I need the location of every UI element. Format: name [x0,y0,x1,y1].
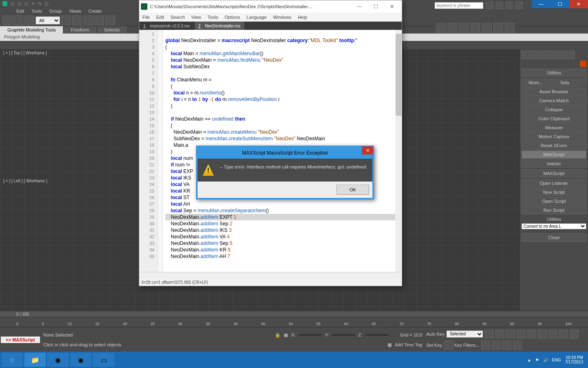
listener-mini[interactable]: >> MAXScript [0,328,41,352]
nav-6-icon[interactable] [492,341,501,350]
snap-icon[interactable]: ▦ [284,332,288,338]
prev-frame-icon[interactable] [495,330,504,339]
taskbar-chrome-icon[interactable]: ◉ [47,353,69,367]
search-input[interactable] [434,2,483,9]
render-setup-icon[interactable] [436,23,446,33]
nav-3-icon[interactable] [559,330,568,339]
system-tray[interactable]: ▲ ⚑ 🔊 ENG 10:18 PM 7/17/2013 [527,355,586,364]
x-field[interactable] [299,334,322,336]
menu-group[interactable]: Group [49,9,62,13]
undo-icon[interactable]: ↶ [31,2,35,6]
rendered-frame-icon[interactable] [448,23,457,33]
scrollbar-thumb[interactable] [396,34,401,116]
more-button[interactable]: More... [521,79,550,87]
open-icon[interactable]: ▢ [18,2,21,6]
motion-panel-icon[interactable] [548,51,557,59]
se-menu-windows[interactable]: Windows [273,15,292,20]
link-tool-icon[interactable] [2,16,12,25]
viewport-label-left[interactable]: [ + ] [ Left ] [ Wireframe ] [2,178,49,184]
goto-end-icon[interactable] [527,330,536,339]
menu-edit[interactable]: Edit [16,9,24,13]
select-tool-icon[interactable] [61,16,71,25]
se-menu-file[interactable]: File [143,15,150,20]
script-editor-close-button[interactable]: ✕ [384,2,400,11]
script-editor-maximize-button[interactable]: ☐ [368,2,384,11]
help-icon[interactable] [515,2,523,9]
modify-panel-icon[interactable] [530,51,539,59]
se-menu-tools[interactable]: Tools [207,15,218,20]
schematic-view-icon[interactable] [493,23,503,33]
taskbar-window-icon[interactable]: ▭ [93,353,114,367]
wrench-icon[interactable] [496,2,503,9]
clock[interactable]: 10:18 PM 7/17/2013 [565,355,584,364]
time-slider[interactable]: 0 / 100 [0,311,588,317]
auto-key-button[interactable]: Auto Key [426,332,445,337]
menu-views[interactable]: Views [69,9,81,13]
key-icon[interactable] [444,341,453,350]
save-icon[interactable]: ▢ [24,2,28,6]
move-tool-icon[interactable] [105,16,115,25]
motion-capture-button[interactable]: Motion Capture [521,132,586,141]
redo-icon[interactable]: ↷ [38,2,41,6]
script-editor-window[interactable]: C:\Users\Moutaz\Documents\3dsMax\scripts… [139,0,402,286]
play-icon[interactable] [506,330,515,339]
app-icon[interactable] [2,1,7,6]
lock-icon[interactable]: 🔒 [275,332,281,338]
se-menu-edit[interactable]: Edit [156,15,164,20]
color-clipboard-button[interactable]: Color Clipboard [521,114,586,123]
se-menu-language[interactable]: Language [247,15,267,20]
horizontal-scrollbar[interactable] [139,272,402,278]
tab-freeform[interactable]: Freeform [63,26,97,34]
utilities-panel-icon[interactable] [566,51,575,59]
collapse-button[interactable]: Collapse [521,105,586,114]
nav-7-icon[interactable] [502,341,511,350]
utilities-rollout-header[interactable]: Utilities [521,69,586,77]
taskbar-ie-icon[interactable]: e [2,353,23,367]
tray-up-icon[interactable]: ▲ [527,358,531,362]
unlink-tool-icon[interactable] [13,16,23,25]
close-utility-button[interactable]: Close [521,233,586,242]
rectangle-select-icon[interactable] [83,16,93,25]
nav-1-icon[interactable] [538,330,547,339]
teapot-icon[interactable] [505,23,514,33]
run-script-button[interactable]: Run Script [521,206,586,214]
curve-editor-icon[interactable] [482,23,492,33]
reactor-button[interactable]: reactor [521,159,586,168]
tab-selection[interactable]: Selectio [97,26,128,34]
new-script-button[interactable]: New Script [521,188,586,196]
nav-5-icon[interactable] [481,341,490,350]
nav-8-icon[interactable] [513,341,522,350]
maxscript-button[interactable]: MAXScript [521,150,586,159]
bind-tool-icon[interactable] [24,16,34,25]
new-icon[interactable]: ▢ [11,2,14,6]
script-editor-titlebar[interactable]: C:\Users\Moutaz\Documents\3dsMax\scripts… [139,0,402,13]
ok-button[interactable]: OK [336,185,369,195]
asset-browser-button[interactable]: Asset Browser [521,88,586,96]
ime-indicator[interactable]: ENG [552,358,561,362]
vertical-scrollbar[interactable] [395,30,402,272]
key-mode-dropdown[interactable]: Selected [446,330,483,338]
se-menu-help[interactable]: Help [298,15,307,20]
goto-start-icon[interactable] [485,330,494,339]
windows-taskbar[interactable]: e 📁 ◉ ◉ ▭ ▲ ⚑ 🔊 ENG 10:18 PM 7/17/2013 [0,352,588,368]
material-editor-icon[interactable] [470,23,480,33]
star-icon[interactable] [506,2,513,9]
sets-config-icon[interactable] [580,79,586,86]
tab-neodexinstaller[interactable]: 2 NeoDexInstaller.ms [194,22,245,30]
utilities-dropdown[interactable]: Convert to mr Area L [521,223,586,229]
taskbar-chrome-icon-2[interactable]: ◉ [70,353,91,367]
tray-flag-icon[interactable]: ⚑ [535,358,539,362]
taskbar-explorer-icon[interactable]: 📁 [24,353,46,367]
measure-button[interactable]: Measure [521,123,586,132]
key-filters-button[interactable]: Key Filters... [454,343,479,348]
fold-gutter[interactable] [158,30,163,272]
nav-2-icon[interactable] [548,330,557,339]
nav-4-icon[interactable] [570,330,579,339]
se-menu-search[interactable]: Search [171,15,185,20]
tab-graphite-modeling[interactable]: Graphite Modeling Tools [0,26,63,34]
maximize-button[interactable]: ☐ [550,0,569,8]
menu-tools[interactable]: Tools [31,9,42,13]
se-menu-view[interactable]: View [192,15,201,20]
tab-impexpmdx[interactable]: 1 impexpmdx v2.0.3.ms [139,22,194,30]
se-menu-options[interactable]: Options [225,15,240,20]
